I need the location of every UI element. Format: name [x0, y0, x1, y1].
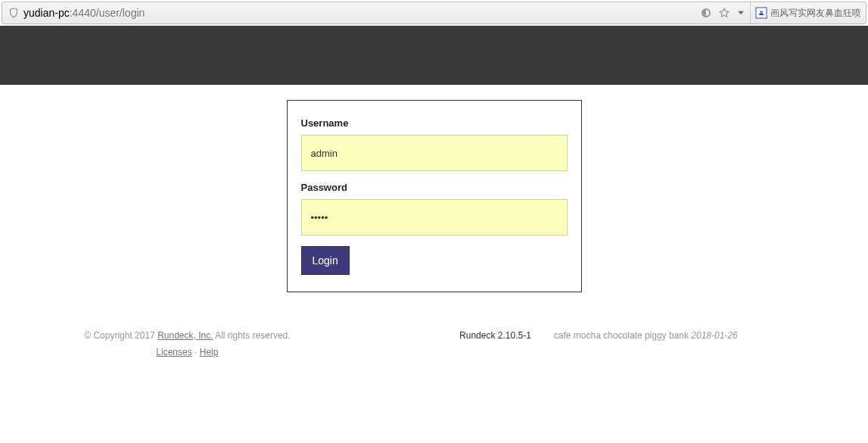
codename-date: cafe mocha chocolate piggy bank 2018-01-… [554, 330, 738, 357]
bookmark-label: 画风写实网友鼻血狂喷 [770, 7, 861, 20]
address-bar: yudian-pc:4440/user/login 画风写实网友鼻血狂喷 [2, 2, 866, 24]
security-icon [8, 8, 19, 18]
footer-links: Licenses · Help [23, 347, 352, 357]
help-link[interactable]: Help [200, 347, 219, 357]
footer-version-area: Rundeck 2.10.5-1 cafe mocha chocolate pi… [352, 330, 845, 357]
url-input-area[interactable]: yudian-pc:4440/user/login [2, 7, 695, 19]
password-input[interactable] [301, 199, 568, 236]
compat-icon[interactable] [700, 7, 712, 19]
login-button[interactable]: Login [301, 246, 350, 275]
username-label: Username [301, 117, 568, 129]
url-host: yudian-pc [23, 7, 70, 19]
copyright-prefix: © Copyright 2017 [84, 330, 157, 341]
codename-text: cafe mocha chocolate piggy bank [554, 330, 691, 341]
header-bar [0, 26, 868, 85]
url-actions [695, 7, 750, 19]
username-input[interactable] [301, 135, 568, 171]
rundeck-link[interactable]: Rundeck, Inc. [157, 330, 213, 341]
copyright-suffix: All rights reserved. [213, 330, 291, 341]
password-group: Password [301, 182, 568, 236]
footer: © Copyright 2017 Rundeck, Inc. All right… [0, 330, 868, 357]
version-text: Rundeck 2.10.5-1 [459, 330, 531, 357]
licenses-link[interactable]: Licenses [156, 347, 191, 357]
build-date: 2018-01-26 [691, 330, 737, 341]
login-box: Username Password Login [287, 100, 582, 292]
url-text: yudian-pc:4440/user/login [23, 7, 145, 19]
star-icon[interactable] [718, 7, 730, 19]
password-label: Password [301, 182, 568, 193]
link-separator: · [192, 347, 200, 357]
url-path: :4440/user/login [70, 7, 145, 19]
dropdown-icon[interactable] [736, 8, 745, 17]
login-container: Username Password Login [0, 100, 868, 292]
footer-copyright: © Copyright 2017 Rundeck, Inc. All right… [23, 330, 352, 357]
bookmark-bar-item[interactable]: 画风写实网友鼻血狂喷 [750, 2, 866, 23]
bookmark-favicon [755, 7, 767, 19]
username-group: Username [301, 117, 568, 171]
